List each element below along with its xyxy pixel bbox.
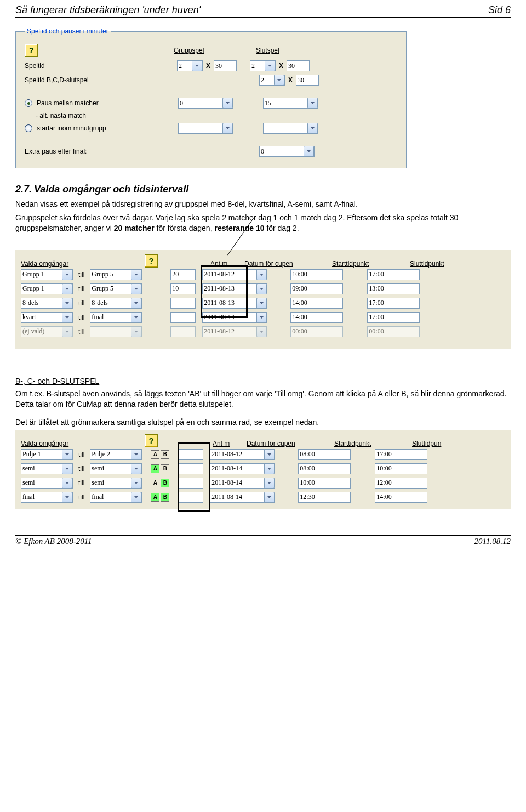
chip-B[interactable]: B	[161, 464, 169, 473]
doc-page: Sid 6	[488, 4, 511, 16]
chip-A[interactable]: A	[151, 450, 159, 459]
h-slut: Sluttidpunkt	[410, 260, 444, 268]
text-input[interactable]	[290, 312, 343, 323]
h-antm2: Ant m	[213, 440, 247, 447]
dropdown[interactable]: Grupp 1	[21, 283, 73, 294]
paus-slut-dd[interactable]: 15	[263, 98, 318, 109]
dropdown[interactable]: final	[90, 312, 142, 323]
text-input[interactable]	[290, 283, 343, 294]
dropdown[interactable]: Grupp 5	[90, 269, 142, 280]
section-number: 2.7.	[15, 184, 32, 195]
dropdown[interactable]: final	[90, 492, 142, 503]
dropdown[interactable]: 2011-08-14	[210, 463, 275, 474]
chip-A[interactable]: A	[151, 464, 159, 473]
dropdown[interactable]: 2011-08-13	[202, 283, 267, 294]
text-input[interactable]	[170, 269, 196, 280]
paus-grupp-dd[interactable]: 0	[178, 98, 233, 109]
h-valda2: Valda omgångar	[21, 440, 87, 447]
dropdown[interactable]: 2011-08-13	[202, 298, 267, 309]
dropdown[interactable]: Pulje 1	[21, 449, 73, 460]
dropdown[interactable]: 2011-08-12	[210, 449, 275, 460]
chip-A[interactable]: A	[151, 479, 159, 487]
grupp-halves-dd[interactable]: 2	[177, 60, 203, 71]
chip-B[interactable]: B	[161, 450, 169, 459]
dropdown[interactable]: (ej vald)	[21, 326, 73, 337]
till-label: till	[78, 451, 84, 458]
till-label: till	[78, 314, 84, 321]
text-input[interactable]	[178, 449, 203, 460]
text-input[interactable]	[375, 463, 427, 474]
text-input[interactable]	[170, 326, 196, 337]
till-label: till	[78, 299, 84, 307]
text-input[interactable]	[298, 478, 351, 489]
dropdown[interactable]: Grupp 5	[90, 283, 142, 294]
dropdown[interactable]: 2011-08-12	[202, 326, 267, 337]
text-input[interactable]	[375, 492, 427, 503]
strip2: Valda omgångar ? Ant m Datum för cupen S…	[15, 430, 511, 509]
dropdown[interactable]: final	[21, 492, 73, 503]
text-input[interactable]	[298, 463, 351, 474]
dropdown[interactable]	[90, 326, 142, 337]
text-input[interactable]	[375, 478, 427, 489]
text-input[interactable]	[170, 283, 196, 294]
help-icon[interactable]: ?	[145, 434, 158, 447]
text-input[interactable]	[290, 298, 343, 309]
dropdown[interactable]: kvart	[21, 312, 73, 323]
text-input[interactable]	[367, 298, 420, 309]
chip-B[interactable]: B	[161, 493, 169, 502]
text-input[interactable]	[290, 269, 343, 280]
h-start2: Starttidpunkt	[334, 440, 412, 447]
dropdown[interactable]: 2011-08-14	[210, 478, 275, 489]
text-input[interactable]	[298, 492, 351, 503]
text-input[interactable]	[367, 283, 420, 294]
table-row: finaltillfinalAB2011-08-14	[21, 490, 505, 504]
dropdown[interactable]: 8-dels	[90, 298, 142, 309]
grupp-min-input[interactable]	[214, 60, 237, 71]
dropdown[interactable]: 2011-08-12	[202, 269, 267, 280]
s27-p1: Nedan visas ett exempel på tidsregistrer…	[15, 200, 358, 208]
paus-radio[interactable]	[25, 99, 32, 107]
text-input[interactable]	[178, 478, 203, 489]
dropdown[interactable]: Grupp 1	[21, 269, 73, 280]
dropdown[interactable]: semi	[21, 478, 73, 489]
start-slut-dd[interactable]	[263, 123, 318, 134]
s27-p2e: för dag 2.	[265, 224, 299, 232]
dropdown[interactable]: 2011-08-14	[210, 492, 275, 503]
chip-B[interactable]: B	[161, 479, 169, 487]
text-input[interactable]	[367, 326, 420, 337]
text-input[interactable]	[170, 298, 196, 309]
startar-radio[interactable]	[25, 124, 32, 132]
bcd-min-input[interactable]	[296, 75, 319, 86]
text-input[interactable]	[367, 269, 420, 280]
bcd-heading: B-, C- och D-SLUTSPEL	[15, 377, 99, 385]
text-input[interactable]	[178, 492, 203, 503]
dropdown[interactable]: semi	[21, 463, 73, 474]
dropdown[interactable]: semi	[90, 478, 142, 489]
text-input[interactable]	[367, 312, 420, 323]
text-input[interactable]	[170, 312, 196, 323]
slut-min-input[interactable]	[287, 60, 310, 71]
speltid-panel: Speltid och pauser i minuter ? Gruppspel…	[15, 27, 407, 168]
dropdown[interactable]: 8-dels	[21, 298, 73, 309]
text-input[interactable]	[298, 449, 351, 460]
text-input[interactable]	[178, 463, 203, 474]
panel-legend: Speltid och pauser i minuter	[25, 27, 111, 35]
s27-p2d: resterande 10	[214, 224, 264, 232]
bcd-p1: Om t.ex. B-slutspel även används, så läg…	[15, 389, 507, 408]
text-input[interactable]	[375, 449, 427, 460]
text-input[interactable]	[290, 326, 343, 337]
dropdown[interactable]: Pulje 2	[90, 449, 142, 460]
extra-slut-dd[interactable]: 0	[259, 146, 315, 157]
table-row: (ej vald)till2011-08-12	[21, 325, 505, 339]
till-label: till	[78, 493, 84, 501]
col-gruppspel: Gruppspel	[174, 47, 256, 54]
chip-A[interactable]: A	[151, 493, 159, 502]
s27-p2c: för första dagen,	[155, 224, 215, 232]
help-icon[interactable]: ?	[25, 44, 38, 57]
dropdown[interactable]: semi	[90, 463, 142, 474]
help-icon[interactable]: ?	[145, 254, 158, 268]
bcd-halves-dd[interactable]: 2	[259, 75, 285, 86]
slut-halves-dd[interactable]: 2	[250, 60, 276, 71]
start-grupp-dd[interactable]	[178, 123, 233, 134]
dropdown[interactable]: 2011-08-14	[202, 312, 267, 323]
